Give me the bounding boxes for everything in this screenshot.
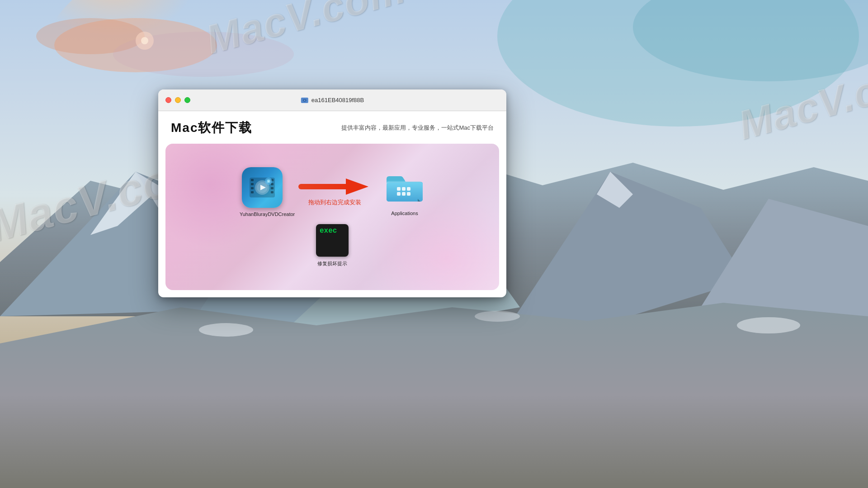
- svg-point-21: [737, 317, 800, 333]
- applications-label: Applications: [391, 211, 418, 216]
- svg-marker-18: [0, 303, 868, 488]
- exec-file-label: 修复损坏提示: [317, 260, 347, 267]
- exec-row: exec 修复损坏提示: [316, 224, 349, 267]
- svg-rect-46: [407, 187, 410, 191]
- svg-rect-49: [407, 192, 410, 196]
- traffic-lights: [165, 97, 190, 103]
- macos-window: ea161EB40819f88B Mac软件下载 提供丰富内容，最新应用，专业服…: [158, 89, 506, 297]
- maximize-button[interactable]: [184, 97, 190, 103]
- exec-icon: exec: [316, 224, 349, 257]
- applications-folder-icon: [384, 168, 425, 204]
- svg-rect-47: [397, 192, 401, 196]
- svg-rect-45: [402, 187, 406, 191]
- exec-file-container[interactable]: exec 修复损坏提示: [316, 224, 349, 267]
- window-title-text: ea161EB40819f88B: [311, 97, 364, 103]
- svg-point-41: [268, 180, 269, 182]
- svg-point-23: [141, 37, 148, 44]
- svg-point-19: [199, 323, 253, 337]
- app-name-label: YuhanBlurayDVDCreator: [240, 211, 285, 217]
- arrow-container: [298, 178, 371, 196]
- brand-title: Mac软件下载: [171, 119, 252, 136]
- app-icon: [242, 167, 283, 208]
- disk-image-icon: [301, 96, 309, 104]
- applications-folder-container[interactable]: Applications: [384, 168, 425, 216]
- app-icon-container[interactable]: YuhanBlurayDVDCreator: [240, 167, 285, 217]
- brand-subtitle: 提供丰富内容，最新应用，专业服务，一站式Mac下载平台: [341, 124, 494, 132]
- svg-rect-30: [251, 187, 254, 189]
- svg-rect-42: [298, 184, 353, 189]
- svg-rect-48: [402, 192, 406, 196]
- svg-rect-29: [251, 183, 254, 185]
- svg-point-26: [304, 100, 305, 101]
- svg-rect-28: [251, 179, 254, 181]
- svg-rect-34: [271, 187, 274, 189]
- svg-rect-35: [271, 191, 274, 193]
- window-header: Mac软件下载 提供丰富内容，最新应用，专业服务，一站式Mac下载平台: [158, 111, 506, 144]
- svg-rect-44: [397, 187, 401, 191]
- minimize-button[interactable]: [175, 97, 181, 103]
- install-arrow: 拖动到右边完成安装: [298, 178, 371, 206]
- title-bar: ea161EB40819f88B: [158, 89, 506, 111]
- arrow-instruction-text: 拖动到右边完成安装: [308, 198, 361, 206]
- svg-marker-43: [346, 178, 368, 195]
- window-title-area: ea161EB40819f88B: [301, 96, 364, 104]
- install-row: YuhanBlurayDVDCreator: [240, 167, 425, 217]
- exec-text-label: exec: [320, 227, 337, 235]
- svg-point-20: [475, 311, 520, 322]
- close-button[interactable]: [165, 97, 171, 103]
- svg-rect-31: [251, 191, 254, 193]
- dmg-content-area: YuhanBlurayDVDCreator: [165, 144, 499, 290]
